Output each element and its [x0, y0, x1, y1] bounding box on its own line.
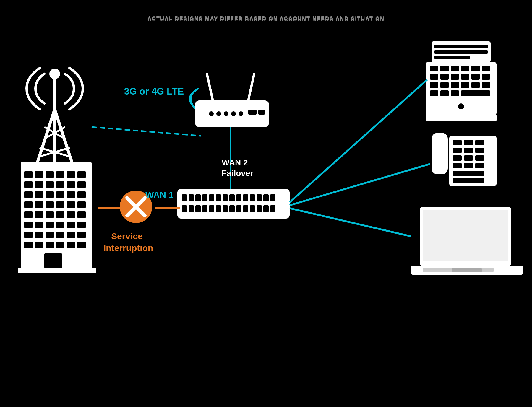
svg-rect-136: [426, 115, 497, 121]
svg-rect-150: [475, 163, 484, 168]
svg-rect-115: [451, 66, 459, 71]
svg-rect-82: [24, 211, 33, 218]
x-circle-icon: [120, 191, 152, 223]
svg-rect-154: [423, 210, 508, 261]
svg-rect-127: [451, 82, 459, 88]
svg-rect-91: [56, 222, 64, 228]
svg-rect-122: [461, 74, 469, 80]
svg-point-17: [231, 111, 236, 116]
svg-rect-75: [77, 191, 86, 198]
svg-line-4: [44, 127, 65, 139]
svg-text:Interruption: Interruption: [103, 243, 153, 253]
svg-rect-62: [67, 171, 75, 178]
svg-line-9: [92, 127, 201, 136]
svg-rect-78: [46, 201, 54, 208]
svg-rect-76: [24, 201, 33, 208]
svg-rect-77: [35, 201, 43, 208]
svg-rect-151: [453, 171, 484, 176]
svg-line-160: [290, 208, 411, 236]
svg-line-11: [207, 74, 213, 100]
main-diagram: ACTUAL DESIGNS MAY DIFFER BASED ON ACCOU…: [0, 0, 532, 407]
svg-point-10: [197, 110, 202, 114]
svg-rect-112: [426, 62, 497, 115]
cell-tower-icon: [27, 68, 83, 172]
svg-rect-49: [263, 205, 269, 212]
svg-rect-102: [46, 242, 54, 248]
svg-rect-46: [243, 205, 248, 212]
svg-rect-117: [471, 66, 480, 71]
svg-text:Failover: Failover: [222, 169, 253, 178]
svg-point-15: [216, 111, 221, 116]
svg-line-2: [35, 109, 55, 168]
svg-rect-110: [434, 50, 488, 54]
svg-rect-89: [35, 222, 43, 228]
svg-rect-22: [177, 189, 290, 219]
svg-rect-157: [452, 268, 482, 272]
svg-rect-35: [263, 194, 269, 201]
svg-rect-30: [229, 194, 235, 201]
svg-rect-28: [216, 194, 221, 201]
svg-rect-152: [453, 178, 484, 183]
svg-rect-93: [77, 222, 86, 228]
svg-rect-83: [35, 211, 43, 218]
svg-rect-43: [223, 205, 228, 212]
svg-rect-29: [223, 194, 228, 201]
svg-rect-25: [195, 194, 201, 201]
telephone-icon: [432, 133, 497, 186]
svg-rect-131: [430, 90, 438, 96]
svg-rect-84: [46, 211, 54, 218]
svg-rect-125: [430, 82, 438, 88]
svg-text:WAN 2: WAN 2: [222, 158, 248, 167]
svg-rect-111: [434, 56, 470, 59]
svg-rect-36: [270, 194, 275, 201]
svg-point-135: [458, 103, 464, 109]
svg-rect-141: [475, 140, 484, 145]
svg-rect-32: [243, 194, 248, 201]
svg-line-159: [290, 164, 430, 205]
svg-rect-65: [35, 181, 43, 188]
svg-rect-47: [250, 205, 255, 212]
svg-rect-27: [209, 194, 214, 201]
svg-point-0: [49, 69, 60, 79]
svg-rect-41: [209, 205, 214, 212]
svg-line-5: [44, 127, 65, 139]
svg-rect-149: [464, 163, 473, 168]
svg-rect-64: [24, 181, 33, 188]
svg-rect-145: [453, 155, 462, 161]
svg-line-54: [127, 198, 145, 216]
svg-line-158: [290, 80, 427, 202]
svg-rect-95: [35, 232, 43, 238]
svg-rect-42: [216, 205, 221, 212]
svg-rect-124: [482, 74, 490, 80]
svg-rect-33: [250, 194, 255, 201]
svg-rect-116: [461, 66, 469, 71]
svg-rect-80: [67, 201, 75, 208]
svg-text:Service: Service: [111, 231, 143, 241]
svg-rect-13: [195, 100, 269, 127]
svg-rect-50: [270, 205, 275, 212]
svg-rect-56: [21, 165, 92, 269]
svg-rect-123: [471, 74, 480, 80]
svg-line-6: [40, 148, 70, 157]
building-icon: [18, 162, 96, 273]
svg-rect-118: [482, 66, 490, 71]
svg-rect-72: [46, 191, 54, 198]
svg-rect-156: [423, 268, 494, 272]
svg-rect-144: [475, 148, 484, 153]
svg-rect-109: [434, 45, 488, 48]
svg-rect-19: [248, 110, 257, 115]
svg-rect-134: [461, 90, 490, 96]
svg-rect-69: [77, 181, 86, 188]
svg-rect-61: [56, 171, 64, 178]
svg-rect-143: [464, 148, 473, 153]
svg-rect-66: [46, 181, 54, 188]
svg-rect-132: [440, 90, 449, 96]
svg-rect-88: [24, 222, 33, 228]
svg-rect-92: [67, 222, 75, 228]
svg-rect-120: [440, 74, 449, 80]
svg-rect-114: [440, 66, 449, 71]
svg-rect-137: [432, 133, 448, 174]
svg-rect-45: [236, 205, 241, 212]
svg-rect-100: [24, 242, 33, 248]
svg-rect-58: [24, 171, 33, 178]
